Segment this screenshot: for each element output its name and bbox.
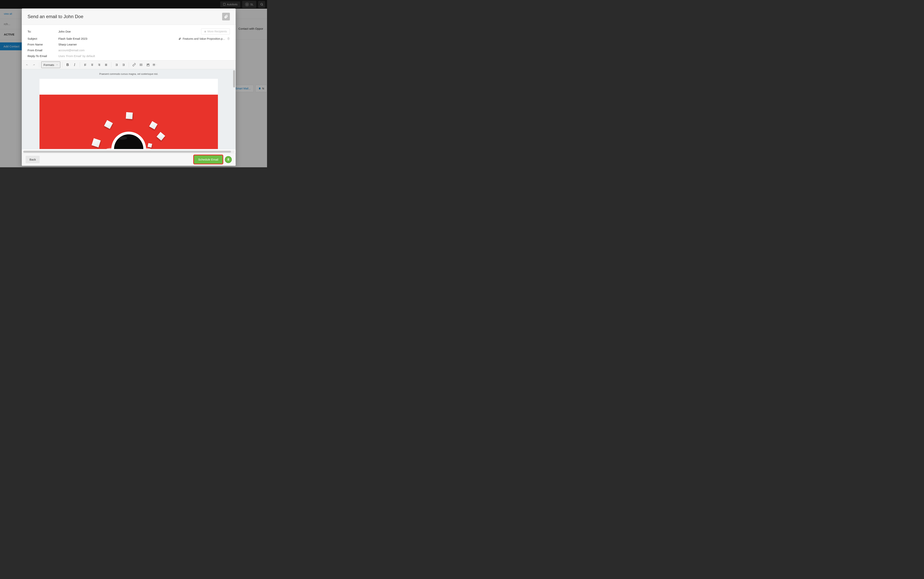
modal-title: Send an email to John Doe bbox=[28, 14, 83, 19]
align-left-button[interactable] bbox=[82, 62, 88, 68]
chevron-down-icon bbox=[56, 64, 58, 66]
align-right-button[interactable] bbox=[96, 62, 102, 68]
email-canvas bbox=[39, 79, 218, 149]
trash-icon bbox=[227, 37, 230, 40]
hero-image bbox=[39, 95, 218, 149]
align-right-icon bbox=[98, 64, 101, 66]
editor-toolbar: Formats B I bbox=[22, 61, 236, 69]
redo-button[interactable] bbox=[31, 62, 37, 68]
modal-header: Send an email to John Doe bbox=[22, 8, 236, 25]
edit-button[interactable] bbox=[145, 62, 151, 68]
horizontal-scrollbar[interactable] bbox=[23, 150, 235, 153]
subject-value[interactable]: Flash Sale Email 2023 bbox=[59, 37, 87, 40]
delete-attachment-button[interactable] bbox=[227, 37, 230, 40]
attachment-button[interactable] bbox=[222, 13, 230, 20]
align-center-button[interactable] bbox=[89, 62, 95, 68]
sugar-cube-icon bbox=[148, 143, 152, 148]
link-icon bbox=[132, 63, 136, 67]
align-justify-icon bbox=[104, 64, 108, 66]
indent-icon bbox=[122, 64, 125, 66]
calendar-icon bbox=[152, 63, 155, 66]
vertical-scrollbar[interactable] bbox=[233, 70, 235, 88]
video-button[interactable] bbox=[138, 62, 144, 68]
chevron-down-small-icon bbox=[156, 64, 157, 65]
fromname-label: From Name bbox=[28, 43, 59, 46]
video-icon bbox=[139, 63, 143, 66]
undo-icon bbox=[25, 64, 28, 66]
redo-icon bbox=[33, 64, 36, 66]
bold-button[interactable]: B bbox=[64, 62, 71, 68]
svg-rect-9 bbox=[204, 31, 206, 33]
attachment-name: Features and Value Proposition.p… bbox=[183, 37, 225, 40]
coffee-cup-icon bbox=[111, 132, 146, 149]
italic-button[interactable]: I bbox=[71, 62, 78, 68]
sugar-cube-icon bbox=[149, 121, 158, 129]
indent-button[interactable] bbox=[120, 62, 127, 68]
sugar-cube-icon bbox=[104, 120, 113, 129]
replyto-label: Reply-To Email bbox=[28, 54, 59, 57]
subject-label: Subject bbox=[28, 37, 59, 40]
editor-area[interactable]: Praesent commodo cursus magna, vel scele… bbox=[22, 69, 236, 150]
sugar-cube-icon bbox=[126, 112, 133, 119]
fromemail-value[interactable]: account@email.com bbox=[59, 49, 85, 52]
more-recipients-button[interactable]: More Recipients bbox=[201, 28, 230, 34]
back-button[interactable]: Back bbox=[26, 156, 40, 163]
modal-footer: Back Schedule Email 8 bbox=[22, 153, 236, 166]
email-meta-section: To: John Doe More Recipients Subject Fla… bbox=[22, 25, 236, 61]
lock-icon bbox=[204, 30, 206, 33]
align-left-icon bbox=[83, 64, 87, 66]
undo-button[interactable] bbox=[24, 62, 30, 68]
calendar-button[interactable] bbox=[152, 62, 158, 68]
sugar-cube-icon bbox=[157, 132, 165, 141]
paperclip-icon bbox=[224, 15, 228, 19]
to-value[interactable]: John Doe bbox=[59, 30, 71, 33]
modal-body: To: John Doe More Recipients Subject Fla… bbox=[22, 25, 236, 153]
link-button[interactable] bbox=[131, 62, 137, 68]
sugar-cube-icon bbox=[91, 138, 101, 147]
step-badge: 8 bbox=[225, 156, 232, 163]
to-label: To: bbox=[28, 30, 59, 33]
send-email-modal: Send an email to John Doe To: John Doe M… bbox=[22, 8, 236, 166]
canvas-whitespace bbox=[39, 79, 218, 95]
align-center-icon bbox=[91, 64, 94, 66]
outdent-button[interactable] bbox=[113, 62, 120, 68]
formats-dropdown[interactable]: Formats bbox=[41, 62, 60, 68]
outdent-icon bbox=[115, 64, 118, 66]
fromemail-label: From Email bbox=[28, 49, 59, 52]
align-justify-button[interactable] bbox=[103, 62, 109, 68]
preheader-text: Praesent commodo cursus magna, vel scele… bbox=[22, 73, 236, 75]
schedule-email-button[interactable]: Schedule Email bbox=[194, 155, 222, 164]
svg-rect-37 bbox=[153, 64, 155, 64]
attachment-item[interactable]: Features and Value Proposition.p… bbox=[178, 37, 225, 40]
replyto-placeholder[interactable]: Uses 'From Email' by default bbox=[59, 54, 95, 57]
fromname-value[interactable]: Sharp Learner bbox=[59, 43, 77, 46]
paperclip-small-icon bbox=[178, 38, 181, 40]
edit-icon bbox=[147, 63, 150, 67]
